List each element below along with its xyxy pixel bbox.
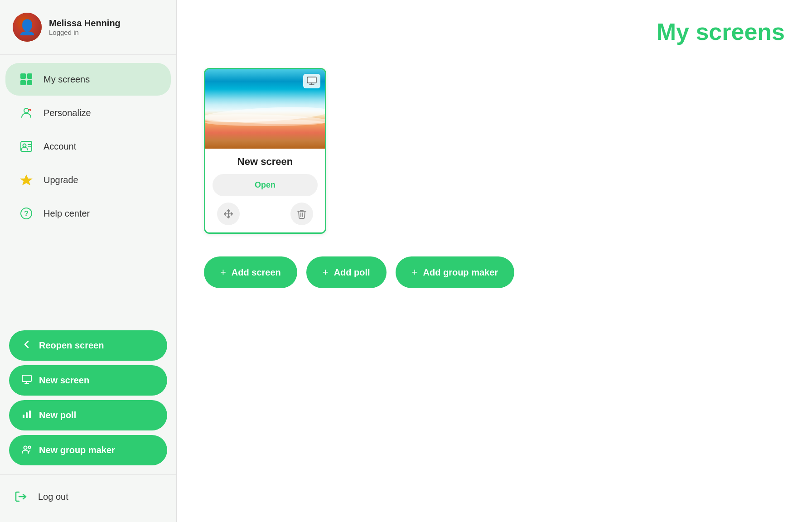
help-icon: ? [18,205,34,222]
delete-screen-button[interactable] [290,203,313,225]
screen-name: New screen [213,156,318,168]
group-icon [22,444,32,456]
sidebar-label-my-screens: My screens [44,74,90,85]
add-screen-button[interactable]: + Add screen [204,256,297,288]
svg-rect-12 [29,411,31,418]
user-section: Melissa Henning Logged in [0,0,176,55]
screen-body: New screen Open [205,149,325,232]
account-icon [18,138,34,155]
screen-thumbnail [205,69,325,149]
sidebar-item-my-screens[interactable]: My screens [5,63,171,96]
new-group-maker-label: New group maker [39,445,115,455]
add-poll-button[interactable]: + Add poll [306,256,387,288]
svg-point-3 [23,144,26,147]
svg-text:?: ? [24,210,29,218]
screen-card: New screen Open [204,68,326,234]
sidebar-item-upgrade[interactable]: Upgrade [5,164,171,196]
new-poll-button[interactable]: New poll [9,400,167,430]
new-poll-label: New poll [39,410,76,420]
svg-rect-10 [23,415,24,418]
add-poll-label: Add poll [334,267,370,278]
svg-point-13 [24,446,27,450]
page-title: My screens [657,18,785,45]
add-screen-label: Add screen [232,267,281,278]
action-buttons: Reopen screen New screen New poll [0,321,176,474]
svg-rect-16 [307,77,316,83]
plus-icon-add-screen: + [220,266,226,278]
poll-icon [22,409,32,421]
sidebar-label-account: Account [44,141,76,152]
logout-icon [13,488,29,505]
screen-monitor-icon [303,74,320,88]
sidebar-item-account[interactable]: Account [5,130,171,163]
svg-rect-9 [22,375,31,382]
move-screen-button[interactable] [217,203,240,225]
reopen-screen-label: Reopen screen [39,340,104,351]
logout-item[interactable]: Log out [13,484,164,509]
new-group-maker-button[interactable]: New group maker [9,435,167,465]
sidebar-label-help-center: Help center [44,208,90,219]
new-screen-label: New screen [39,375,89,386]
upgrade-icon [18,172,34,188]
open-screen-button[interactable]: Open [213,174,318,196]
svg-point-1 [29,109,31,111]
user-name: Melissa Henning [49,18,121,29]
sidebar-label-upgrade: Upgrade [44,175,78,185]
plus-icon-add-poll: + [323,266,329,278]
screens-grid: New screen Open [204,68,785,234]
monitor-icon [22,374,32,387]
svg-marker-6 [20,174,33,185]
logout-label: Log out [38,492,68,502]
logout-section: Log out [0,474,176,522]
add-group-maker-button[interactable]: + Add group maker [396,256,514,288]
sidebar-label-personalize: Personalize [44,108,91,118]
personalize-icon [18,105,34,121]
user-status: Logged in [49,29,121,36]
user-info: Melissa Henning Logged in [49,18,121,36]
plus-icon-add-group: + [412,266,418,278]
arrow-left-icon [22,339,32,352]
nav-section: My screens Personalize [0,55,176,321]
add-group-maker-label: Add group maker [423,267,498,278]
sidebar-item-help-center[interactable]: ? Help center [5,197,171,230]
main-content: My screens New screen Ope [177,0,812,522]
screen-actions [213,203,318,225]
grid-icon [18,71,34,87]
add-buttons-row: + Add screen + Add poll + Add group make… [204,256,785,288]
main-header: My screens [204,18,785,45]
svg-point-14 [29,446,31,449]
sidebar-item-personalize[interactable]: Personalize [5,97,171,129]
svg-point-0 [24,108,29,113]
reopen-screen-button[interactable]: Reopen screen [9,330,167,361]
svg-rect-11 [26,412,28,418]
new-screen-button[interactable]: New screen [9,365,167,396]
sidebar: Melissa Henning Logged in My screens [0,0,177,522]
avatar [13,13,42,42]
